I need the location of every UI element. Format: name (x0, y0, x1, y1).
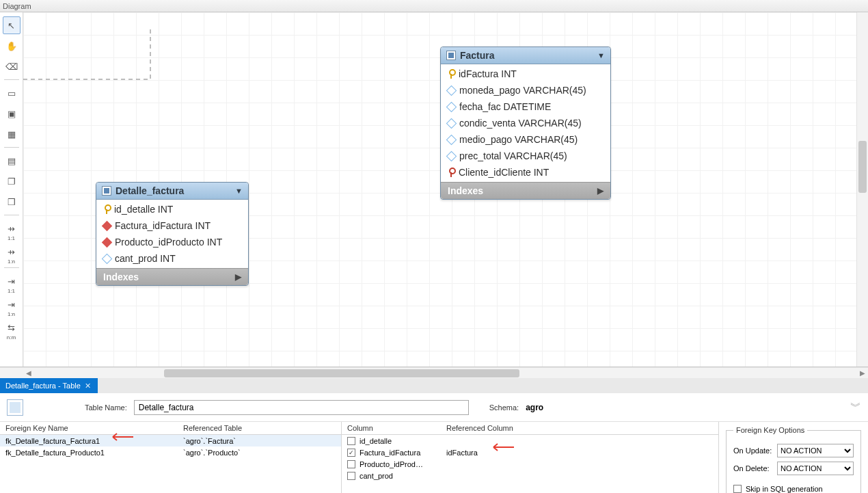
table-column[interactable]: Producto_idProducto INT (96, 234, 248, 250)
annotation-arrow (109, 432, 133, 442)
table-column[interactable]: id_detalle INT (96, 201, 248, 217)
table-column[interactable]: moneda_pago VARCHAR(45) (441, 82, 610, 98)
expand-icon[interactable]: ▶ (597, 186, 603, 196)
foreign-keys-pane: Foreign Key Name Referenced Table fk_Det… (0, 422, 342, 493)
column-text: Factura_idFactura INT (115, 220, 211, 231)
fk-options-pane: Foreign Key Options On Update: NO ACTION… (719, 422, 868, 493)
indexes-section[interactable]: Indexes ▶ (441, 182, 610, 199)
indexes-label: Indexes (103, 271, 139, 282)
col-checkbox[interactable] (347, 437, 355, 445)
col-col-ref: Referenced Column (441, 424, 718, 432)
fk-row[interactable]: fk_Detalle_factura_Factura1`agro`.`Factu… (0, 435, 341, 447)
col-rows: id_detalleFactura_idFacturaidFacturaProd… (342, 435, 718, 493)
table-column[interactable]: Cliente_idCliente INT (441, 164, 610, 181)
table-column[interactable]: prec_total VARCHAR(45) (441, 148, 610, 164)
col-checkbox[interactable] (347, 449, 355, 457)
col-col-name: Column (342, 424, 441, 432)
table-tool[interactable]: ▤ (3, 152, 21, 170)
column-text: medio_pago VARCHAR(45) (459, 134, 578, 145)
table-header[interactable]: Detalle_factura ▼ (96, 183, 248, 200)
relationship-connectors (23, 12, 228, 115)
table-icon (446, 51, 456, 60)
col-referenced: idFactura (441, 449, 718, 457)
table-column[interactable]: fecha_fac DATETIME (441, 98, 610, 115)
col-row[interactable]: cant_prod (342, 470, 718, 481)
schema-value: agro (526, 403, 543, 412)
table-detalle-factura[interactable]: Detalle_factura ▼ id_detalle INTFactura_… (96, 182, 249, 286)
table-factura[interactable]: Factura ▼ idFactura INTmoneda_pago VARCH… (440, 46, 611, 200)
table-column[interactable]: cant_prod INT (96, 250, 248, 267)
table-column[interactable]: Factura_idFactura INT (96, 217, 248, 234)
indexes-section[interactable]: Indexes ▶ (96, 268, 248, 285)
collapse-icon[interactable]: ▼ (597, 51, 605, 59)
di-empty-icon (446, 118, 457, 129)
table-icon (102, 186, 111, 196)
hand-tool[interactable]: ✋ (3, 37, 21, 55)
scroll-thumb[interactable] (164, 369, 519, 377)
column-text: condic_venta VARCHAR(45) (459, 118, 582, 129)
col-header: Column Referenced Column (342, 422, 718, 435)
fk-col-ref: Referenced Table (178, 424, 341, 432)
table-column[interactable]: condic_venta VARCHAR(45) (441, 115, 610, 131)
view-tool[interactable]: ❐ (3, 172, 21, 190)
col-checkbox[interactable] (347, 460, 355, 468)
table-name-input[interactable] (134, 400, 469, 415)
scroll-right-icon[interactable]: ▶ (857, 369, 868, 378)
table-column[interactable]: medio_pago VARCHAR(45) (441, 131, 610, 148)
expand-icon[interactable]: ▶ (235, 272, 241, 282)
column-text: Cliente_idCliente INT (459, 167, 549, 178)
di-empty-icon (446, 101, 457, 112)
col-name: Producto_idProd… (360, 460, 423, 468)
editor-panel: Table Name: Schema: agro ︾ Foreign Key N… (0, 393, 868, 493)
key-red-icon (448, 168, 455, 177)
key-icon (448, 69, 455, 79)
fk-name: fk_Detalle_factura_Factura1 (0, 437, 178, 445)
on-update-select[interactable]: NO ACTION (777, 444, 854, 457)
columns-pane: Column Referenced Column id_detalleFactu… (342, 422, 719, 493)
pointer-tool[interactable]: ↖ (3, 16, 21, 34)
table-columns: idFactura INTmoneda_pago VARCHAR(45)fech… (441, 64, 610, 182)
column-text: id_detalle INT (114, 204, 173, 215)
fk-header: Foreign Key Name Referenced Table (0, 422, 341, 435)
overview-gutter[interactable] (856, 12, 868, 367)
horizontal-scrollbar[interactable]: ◀ ▶ (0, 367, 868, 378)
di-empty-icon (102, 253, 113, 264)
table-columns: id_detalle INTFactura_idFactura INTProdu… (96, 200, 248, 268)
scroll-track[interactable] (34, 369, 857, 378)
eraser-tool[interactable]: ⌫ (3, 57, 21, 75)
overview-thumb[interactable] (858, 141, 867, 193)
routine-tool[interactable]: ❒ (3, 193, 21, 211)
di-red-icon (102, 237, 113, 248)
col-row[interactable]: Factura_idFacturaidFactura (342, 447, 718, 458)
scroll-left-icon[interactable]: ◀ (23, 369, 34, 378)
table-header[interactable]: Factura ▼ (441, 47, 610, 64)
fk-row[interactable]: fk_Detalle_factura_Producto1`agro`.`Prod… (0, 447, 341, 458)
image-tool[interactable]: ▣ (3, 105, 21, 122)
col-checkbox[interactable] (347, 472, 355, 480)
diagram-canvas[interactable]: Detalle_factura ▼ id_detalle INTFactura_… (23, 12, 856, 367)
column-text: prec_total VARCHAR(45) (459, 150, 567, 161)
collapse-icon[interactable]: ▼ (235, 187, 243, 195)
table-title: Factura (460, 50, 495, 61)
editor-header: Table Name: Schema: agro ︾ (0, 393, 868, 422)
col-row[interactable]: Producto_idProd… (342, 458, 718, 470)
indexes-label: Indexes (448, 185, 483, 196)
diagram-tab-label: Diagram (0, 0, 868, 12)
fk-referenced: `agro`.`Producto` (178, 449, 341, 457)
close-icon[interactable]: ✕ (85, 382, 91, 390)
vertical-toolbar: ↖✋⌫▭▣▦▤❐❒⇸1:1⇸1:n⇥1:1⇥1:n⇆n:m (0, 12, 23, 367)
note-tool[interactable]: ▭ (3, 84, 21, 102)
key-icon (103, 204, 110, 214)
on-delete-label: On Delete: (733, 464, 770, 472)
on-update-label: On Update: (733, 447, 772, 455)
tab-detalle-factura[interactable]: Detalle_factura - Table ✕ (0, 378, 98, 393)
skip-sql-checkbox[interactable] (733, 485, 742, 493)
on-delete-select[interactable]: NO ACTION (777, 462, 854, 475)
skip-sql-label: Skip in SQL generation (746, 485, 823, 493)
table-column[interactable]: idFactura INT (441, 66, 610, 82)
col-row[interactable]: id_detalle (342, 435, 718, 447)
column-text: fecha_fac DATETIME (459, 101, 551, 112)
layer-tool[interactable]: ▦ (3, 125, 21, 143)
expand-panel-icon[interactable]: ︾ (850, 400, 861, 414)
di-red-icon (102, 220, 113, 231)
